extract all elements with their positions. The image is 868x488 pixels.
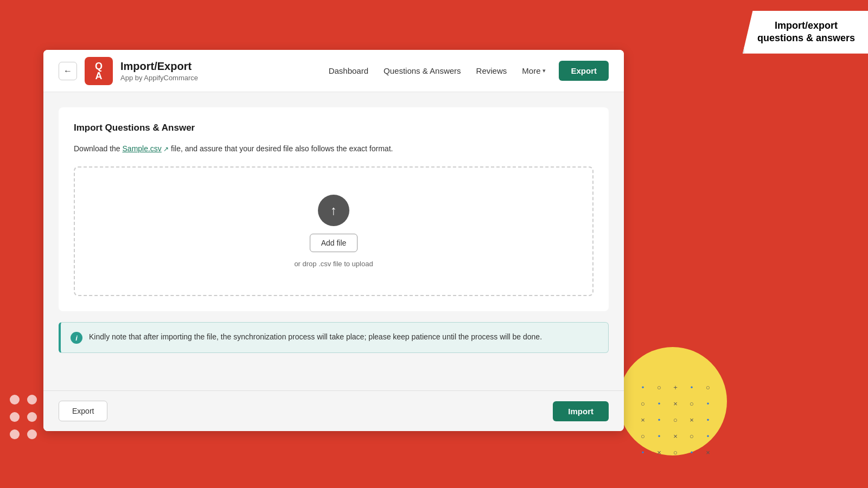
app-title-block: Import/Export App by AppifyCommarce (120, 60, 198, 82)
tooltip-line2: questions & answers (757, 33, 855, 43)
dots-pattern: • ○ + • ○ · · · ○ • × ○ • · · · × • ○ × … (637, 382, 762, 458)
bg-dot (27, 412, 37, 422)
logo-text: QA (95, 61, 103, 81)
import-title: Import Questions & Answer (74, 123, 593, 133)
import-button[interactable]: Import (553, 401, 609, 421)
app-name: Import/Export (120, 60, 198, 73)
app-window: ← QA Import/Export App by AppifyCommarce… (43, 50, 624, 431)
upload-hint: or drop .csv file to upload (294, 260, 373, 268)
nav-dashboard[interactable]: Dashboard (329, 66, 368, 75)
nav-questions-answers[interactable]: Questions & Answers (384, 66, 461, 75)
upload-zone[interactable]: ↑ Add file or drop .csv file to upload (74, 166, 593, 296)
app-main: Import Questions & Answer Download the S… (43, 92, 624, 390)
description-after: file, and assure that your desired file … (169, 144, 393, 153)
bg-dot (10, 395, 20, 404)
info-icon: i (71, 332, 82, 344)
app-header: ← QA Import/Export App by AppifyCommarce… (43, 50, 624, 92)
app-subtitle: App by AppifyCommarce (120, 74, 198, 82)
external-link-icon: ↗ (162, 145, 169, 153)
description-before: Download the (74, 144, 123, 153)
upload-icon: ↑ (318, 195, 349, 226)
back-button[interactable]: ← (59, 62, 77, 80)
nav-reviews[interactable]: Reviews (476, 66, 507, 75)
chevron-down-icon: ▾ (542, 67, 546, 74)
bg-dot (10, 412, 20, 422)
sample-csv-link[interactable]: Sample.csv (123, 144, 162, 153)
tooltip-line1: Import/export (775, 20, 838, 31)
header-export-button[interactable]: Export (559, 61, 609, 81)
bg-dot (27, 429, 37, 439)
nav-more[interactable]: More ▾ (522, 66, 546, 75)
bg-dot (27, 395, 37, 404)
import-description: Download the Sample.csv ↗ file, and assu… (74, 143, 593, 155)
bg-dots-left (10, 395, 37, 439)
info-box: i Kindly note that after importing the f… (59, 322, 609, 353)
upload-arrow-icon: ↑ (330, 203, 337, 218)
tooltip-banner: Import/export questions & answers (743, 11, 868, 54)
add-file-button[interactable]: Add file (310, 234, 358, 252)
bg-dot (10, 429, 20, 439)
footer-export-button[interactable]: Export (59, 401, 107, 421)
app-footer: Export Import (43, 390, 624, 431)
import-card: Import Questions & Answer Download the S… (59, 107, 609, 311)
nav-links: Dashboard Questions & Answers Reviews Mo… (329, 66, 546, 75)
back-arrow-icon: ← (63, 66, 72, 76)
app-logo: QA (85, 57, 113, 85)
info-text: Kindly note that after importing the fil… (89, 331, 542, 343)
